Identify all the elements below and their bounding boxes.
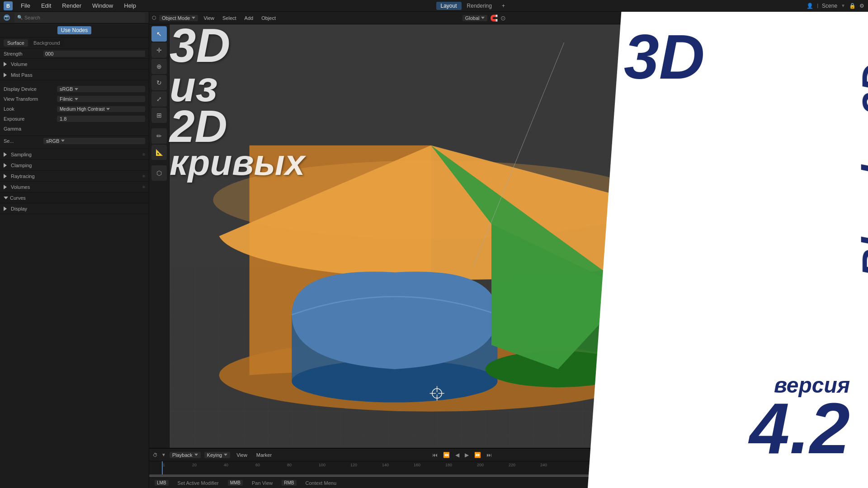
outliner-orange-curve[interactable]: OrangeCurve 👁 <box>749 59 868 68</box>
tab-layout[interactable]: Layout <box>436 2 462 10</box>
output-props-icon[interactable]: 📤 <box>738 24 748 34</box>
breadcrumb-blue-curve[interactable]: BlueCurve <box>761 115 784 121</box>
left-search-input[interactable] <box>24 15 142 20</box>
play-next-btn[interactable]: ⏩ <box>473 451 482 459</box>
blue-curve-vis-icon[interactable]: 👁 <box>863 43 868 48</box>
menu-render[interactable]: Render <box>59 1 84 10</box>
look-dropdown[interactable]: Medium High Contrast <box>57 106 145 112</box>
editor-type-icon[interactable]: ⬡ <box>152 15 156 21</box>
exposure-value[interactable]: 1.8 <box>57 116 145 122</box>
viewport-3d[interactable]: ↖ ✛ ⊕ ↻ ⤢ ⊞ ✏ 📐 ⬡ <box>149 24 737 448</box>
view-layer-icon[interactable]: 🔲 <box>738 34 748 44</box>
modifier-props-icon[interactable]: 🔧 <box>738 76 748 86</box>
tool-select[interactable]: ↖ <box>151 26 167 42</box>
outliner-svg-item[interactable]: 📄 2D3D_DiaToBlend061124.svg <box>749 32 868 41</box>
menu-window[interactable]: Window <box>90 1 116 10</box>
timeline-scrollbar[interactable] <box>149 474 737 477</box>
outliner-search-input[interactable] <box>820 15 862 20</box>
timeline-track[interactable]: 1 20 40 60 80 100 120 140 160 180 200 22… <box>149 461 737 477</box>
play-btn[interactable]: ▶ <box>464 451 470 459</box>
options-dropdown[interactable]: Options <box>706 15 734 21</box>
mist-pass-section[interactable]: Mist Pass <box>0 70 149 80</box>
blender-logo-icon[interactable]: B <box>4 1 13 10</box>
start-frame[interactable]: 1 <box>694 451 703 459</box>
material-slot[interactable]: SVGMat.003 <box>753 124 864 132</box>
timeline-marker[interactable]: Marker <box>254 451 274 459</box>
timeline-icon[interactable]: ⏱ <box>153 452 158 458</box>
clamping-section[interactable]: Clamping <box>0 160 149 171</box>
timeline-view[interactable]: View <box>234 451 250 459</box>
material-icon[interactable]: 🔴 <box>753 105 759 111</box>
preview-header[interactable]: Preview <box>749 157 868 168</box>
constraints-icon[interactable]: 🔗 <box>738 107 748 117</box>
display-device-dropdown[interactable]: sRGB <box>57 86 145 92</box>
green-curve-vis-icon[interactable]: 👁 <box>863 52 868 57</box>
tool-scale[interactable]: ⤢ <box>151 91 167 107</box>
add-menu[interactable]: Add <box>242 14 256 22</box>
object-menu[interactable]: Object <box>259 14 278 22</box>
display-section[interactable]: Display <box>0 203 149 214</box>
raytracing-section[interactable]: Raytracing ≡ <box>0 171 149 182</box>
props-search[interactable]: 🔍 <box>828 103 864 113</box>
current-frame[interactable]: 1 <box>650 451 668 459</box>
tool-rotate[interactable]: ↻ <box>151 75 167 90</box>
playback-dropdown[interactable]: Playback <box>170 452 201 458</box>
material-type-arrow[interactable]: ▼ <box>761 105 765 110</box>
props-search-input[interactable] <box>838 105 862 111</box>
menu-edit[interactable]: Edit <box>38 1 54 10</box>
transform-dropdown[interactable]: Global <box>462 15 488 21</box>
select-menu[interactable]: Select <box>220 14 239 22</box>
menu-file[interactable]: File <box>18 1 33 10</box>
view-menu[interactable]: View <box>201 14 217 22</box>
curves-section[interactable]: Curves <box>0 192 149 203</box>
scene-props-icon[interactable]: 🎬 <box>738 45 748 55</box>
sampling-section[interactable]: Sampling ≡ <box>0 149 149 160</box>
viewport-shading-icon[interactable]: ◐ <box>690 15 694 21</box>
tool-cursor[interactable]: ✛ <box>151 42 167 58</box>
settings-header[interactable]: Settings <box>749 180 868 191</box>
data-props-icon[interactable]: 📊 <box>738 117 748 127</box>
outliner-search[interactable]: 🔍 <box>810 13 864 23</box>
particles-props-icon[interactable]: ✦ <box>738 86 748 96</box>
surface-header[interactable]: Surface <box>749 169 868 179</box>
timeline-dropdown-icon[interactable]: ▼ <box>161 452 166 457</box>
scene-collection[interactable]: 📁 Search Scene Collection <box>749 23 868 32</box>
breadcrumb-mat[interactable]: SVGMat.0 <box>793 116 814 121</box>
material-props-icon[interactable]: 🔴 <box>738 128 748 138</box>
tool-measure[interactable]: 📐 <box>151 145 167 160</box>
tool-extra[interactable]: ⬡ <box>151 165 167 181</box>
surface-tab[interactable]: Surface <box>4 39 28 47</box>
render-icon[interactable]: 📷 <box>4 14 10 21</box>
render-props-icon[interactable]: 📷 <box>738 14 748 23</box>
outliner-type-arrow[interactable]: ▼ <box>761 15 765 20</box>
play-back-btn[interactable]: ◀ <box>454 451 460 459</box>
sequencer-dropdown[interactable]: sRGB <box>43 138 145 144</box>
tool-transform[interactable]: ⊞ <box>151 108 167 123</box>
proportional-edit-icon[interactable]: ⊙ <box>500 14 506 22</box>
plane-vis-icon[interactable]: 👁 <box>863 70 868 75</box>
use-nodes-button[interactable]: Use Nodes <box>57 26 91 34</box>
outliner-plane[interactable]: ▭ Plane 👁 <box>749 68 868 77</box>
strength-value[interactable]: 000 <box>43 51 145 57</box>
play-icon[interactable]: ▶ <box>753 136 760 145</box>
outliner-green-curve[interactable]: GreenCurve 👁 <box>749 50 868 59</box>
background-tab[interactable]: Background <box>30 39 64 47</box>
physics-props-icon[interactable]: ⚛ <box>738 97 748 107</box>
view-transform-dropdown[interactable]: Filmic <box>57 96 145 102</box>
tool-annotate[interactable]: ✏ <box>151 128 167 144</box>
outliner-icon[interactable]: 📋 <box>753 14 759 20</box>
material-name-field[interactable]: SVGMat.003 <box>761 148 864 155</box>
tab-add[interactable]: + <box>497 2 509 10</box>
left-panel-search[interactable]: 🔍 <box>14 13 145 23</box>
overlay-icon[interactable]: ⬚ <box>697 15 702 21</box>
object-mode-dropdown[interactable]: Object Mode <box>159 15 198 21</box>
object-props-icon[interactable]: 🔶 <box>738 66 748 75</box>
play-prev-btn[interactable]: ⏪ <box>442 451 451 459</box>
tab-rendering[interactable]: Rendering <box>462 2 496 10</box>
volumes-section[interactable]: Volumes ≡ <box>0 182 149 192</box>
play-end-btn[interactable]: ⏭ <box>486 451 493 459</box>
snap-icon[interactable]: 🧲 <box>490 14 498 22</box>
volume-section[interactable]: Volume <box>0 59 149 70</box>
keying-dropdown[interactable]: Keying <box>204 452 231 458</box>
end-frame[interactable]: 250 <box>719 451 733 459</box>
